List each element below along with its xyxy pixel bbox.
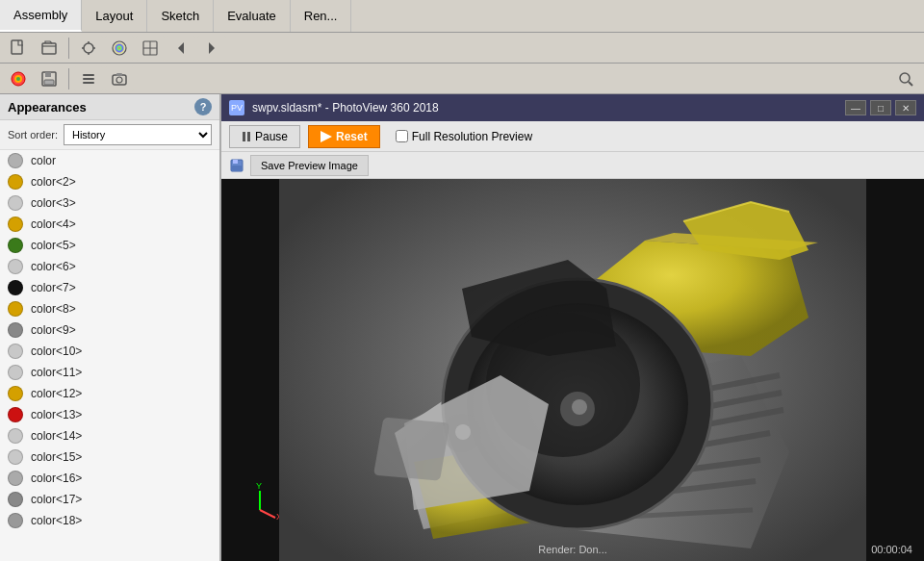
toolbar-row-2 [0, 64, 924, 94]
color-label: color<16> [31, 472, 82, 485]
toolbar-btn-move[interactable] [74, 36, 103, 61]
reset-icon [321, 131, 332, 142]
color-item[interactable]: color<10> [0, 341, 219, 362]
minimize-button[interactable]: — [845, 100, 866, 115]
color-label: color<9> [31, 323, 76, 337]
color-swatch [8, 301, 23, 317]
svg-rect-19 [83, 74, 94, 76]
render-status: Render: Don... [538, 544, 607, 555]
save-row: Save Preview Image [221, 152, 924, 179]
color-swatch [8, 449, 23, 465]
sort-select[interactable]: History Alphabetical Type [64, 124, 212, 145]
menu-tab-layout[interactable]: Layout [82, 0, 147, 32]
save-preview-button[interactable]: Save Preview Image [250, 155, 369, 176]
toolbar-btn-arrow-right[interactable] [197, 36, 226, 61]
toolbar-btn-camera[interactable] [105, 66, 134, 91]
pause-button[interactable]: Pause [229, 125, 300, 148]
photoview-title: swpv.sldasm* - PhotoView 360 2018 [252, 101, 439, 115]
color-swatch [8, 471, 23, 486]
color-item[interactable]: color<5> [0, 235, 219, 256]
color-swatch [8, 217, 23, 232]
full-res-label[interactable]: Full Resolution Preview [412, 130, 532, 143]
color-item[interactable]: color<9> [0, 319, 219, 341]
info-button[interactable]: ? [194, 98, 212, 115]
svg-point-45 [572, 399, 587, 415]
toolbar-btn-settings[interactable] [74, 66, 103, 91]
svg-rect-20 [83, 78, 94, 80]
save-icon [229, 158, 244, 173]
menu-tab-render[interactable]: Ren... [291, 0, 352, 32]
svg-rect-46 [373, 417, 449, 480]
svg-rect-1 [42, 43, 56, 54]
toolbar-btn-arrow-left[interactable] [167, 36, 195, 61]
color-swatch [8, 428, 23, 444]
svg-line-26 [909, 82, 912, 86]
window-buttons: — □ ✕ [845, 100, 916, 115]
menu-tab-evaluate[interactable]: Evaluate [214, 0, 291, 32]
svg-rect-31 [233, 160, 238, 164]
toolbar-btn-new[interactable] [4, 36, 33, 61]
color-item[interactable]: color<4> [0, 214, 219, 235]
color-item[interactable]: color<6> [0, 256, 219, 277]
color-label: color<8> [31, 302, 76, 316]
menu-tab-assembly[interactable]: Assembly [0, 0, 82, 32]
axis-indicator: Y X [241, 481, 279, 523]
svg-rect-32 [232, 166, 242, 170]
color-item[interactable]: color<16> [0, 468, 219, 489]
color-item[interactable]: color<17> [0, 489, 219, 510]
color-label: color<18> [31, 514, 82, 527]
toolbar-btn-open[interactable] [35, 36, 64, 61]
menu-tab-sketch[interactable]: Sketch [147, 0, 214, 32]
color-item[interactable]: color [0, 150, 219, 171]
color-item[interactable]: color<11> [0, 362, 219, 383]
color-item[interactable]: color<18> [0, 510, 219, 531]
color-label: color<10> [31, 344, 82, 358]
svg-text:Y: Y [256, 481, 262, 491]
toolbar-btn-save[interactable] [35, 66, 64, 91]
reset-button[interactable]: Reset [308, 125, 380, 148]
color-swatch [8, 513, 23, 528]
toolbar-btn-transform[interactable] [136, 36, 165, 61]
svg-rect-24 [116, 73, 122, 76]
toolbar-btn-globe[interactable] [4, 66, 33, 91]
color-swatch [8, 407, 23, 422]
color-item[interactable]: color<2> [0, 171, 219, 192]
sort-label: Sort order: [8, 129, 58, 140]
color-item[interactable]: color<15> [0, 446, 219, 468]
color-item[interactable]: color<7> [0, 277, 219, 298]
color-list[interactable]: colorcolor<2>color<3>color<4>color<5>col… [0, 150, 219, 561]
color-label: color<7> [31, 281, 76, 294]
photoview-toolbar: Pause Reset Full Resolution Preview [221, 121, 924, 152]
photoview-icon: PV [229, 100, 244, 115]
toolbar-separator-1 [68, 38, 69, 59]
sort-row: Sort order: History Alphabetical Type [0, 120, 219, 150]
color-item[interactable]: color<12> [0, 383, 219, 404]
color-label: color<6> [31, 260, 76, 273]
toolbar-separator-2 [68, 68, 69, 89]
svg-marker-29 [321, 131, 332, 142]
svg-rect-21 [83, 82, 94, 84]
color-swatch [8, 153, 23, 168]
close-button[interactable]: ✕ [895, 100, 916, 115]
render-viewport: Y X Render: Don... 00:00:04 [221, 179, 924, 561]
color-swatch [8, 195, 23, 211]
svg-point-2 [84, 43, 93, 53]
color-item[interactable]: color<13> [0, 404, 219, 425]
photoview-area: PV swpv.sldasm* - PhotoView 360 2018 — □… [221, 94, 924, 561]
color-item[interactable]: color<8> [0, 298, 219, 319]
color-swatch [8, 492, 23, 507]
svg-rect-0 [12, 40, 22, 54]
color-item[interactable]: color<3> [0, 192, 219, 214]
toolbar-btn-search[interactable] [891, 66, 920, 91]
full-res-checkbox[interactable] [396, 130, 408, 142]
maximize-button[interactable]: □ [870, 100, 891, 115]
color-label: color<17> [31, 493, 82, 506]
render-time: 00:00:04 [871, 544, 912, 555]
svg-point-25 [900, 73, 910, 83]
color-swatch [8, 386, 23, 401]
toolbar-btn-color[interactable] [105, 36, 134, 61]
toolbar [0, 33, 924, 64]
color-item[interactable]: color<14> [0, 425, 219, 446]
color-label: color<3> [31, 196, 76, 210]
color-label: color [31, 154, 56, 167]
